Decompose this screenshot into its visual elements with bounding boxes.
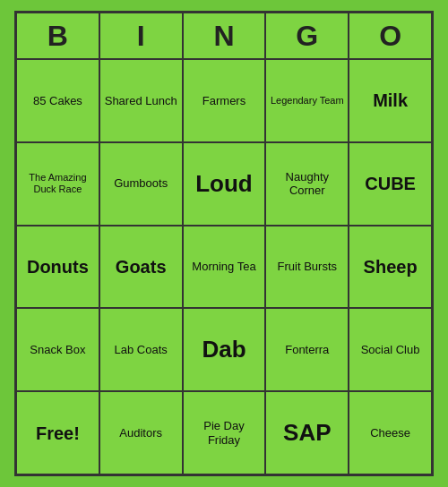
bingo-cell-2: Farmers (183, 59, 266, 142)
bingo-cell-16: Lab Coats (99, 308, 183, 391)
bingo-cell-3: Legendary Team (265, 59, 349, 142)
header-letter-i: I (99, 13, 183, 59)
bingo-cell-9: CUBE (349, 142, 432, 226)
header-letter-o: O (349, 13, 432, 59)
bingo-card: BINGO 85 CakesShared LunchFarmersLegenda… (14, 11, 434, 476)
bingo-cell-20: Free! (16, 391, 99, 474)
bingo-cell-0: 85 Cakes (16, 59, 99, 142)
bingo-cell-5: The Amazing Duck Race (16, 142, 99, 226)
header-letter-n: N (183, 13, 266, 59)
bingo-cell-17: Dab (183, 308, 266, 391)
header-letter-b: B (16, 13, 99, 59)
bingo-cell-22: Pie Day Friday (183, 391, 266, 474)
bingo-cell-8: Naughty Corner (265, 142, 349, 226)
bingo-cell-19: Social Club (349, 308, 432, 391)
bingo-cell-14: Sheep (349, 226, 432, 309)
bingo-cell-23: SAP (265, 391, 349, 474)
bingo-grid: 85 CakesShared LunchFarmersLegendary Tea… (16, 59, 432, 474)
bingo-cell-11: Goats (99, 226, 183, 309)
bingo-cell-24: Cheese (349, 391, 432, 474)
bingo-cell-10: Donuts (16, 226, 99, 309)
bingo-cell-4: Milk (349, 59, 432, 142)
bingo-cell-13: Fruit Bursts (265, 226, 349, 309)
bingo-header: BINGO (16, 13, 432, 59)
bingo-cell-1: Shared Lunch (99, 59, 183, 142)
bingo-cell-12: Morning Tea (183, 226, 266, 309)
header-letter-g: G (265, 13, 349, 59)
bingo-cell-21: Auditors (99, 391, 183, 474)
bingo-cell-15: Snack Box (16, 308, 99, 391)
bingo-cell-18: Fonterra (265, 308, 349, 391)
bingo-cell-7: Loud (183, 142, 266, 226)
bingo-cell-6: Gumboots (99, 142, 183, 226)
